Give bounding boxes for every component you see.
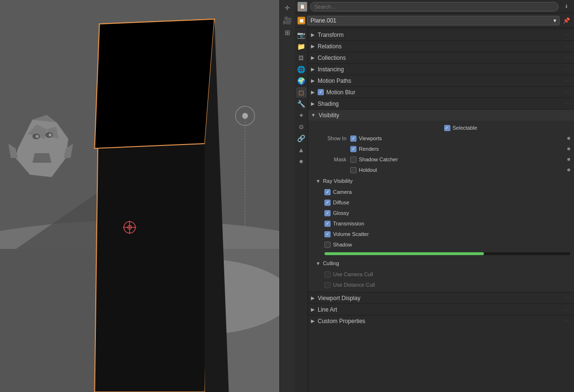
shadow-catcher-dot (567, 158, 570, 161)
relations-section-header[interactable]: ▶ Relations ⋯ (308, 40, 574, 52)
data-tab[interactable]: ▲ (296, 145, 307, 155)
object-name-dropdown[interactable]: Plane.001 ▾ (307, 16, 560, 25)
renders-checkbox[interactable] (350, 146, 356, 152)
viewport-display-section-header[interactable]: ▶ Viewport Display ⋯ (308, 292, 574, 303)
use-camera-cull-row: Use Camera Cull (308, 269, 574, 280)
distance-cull-checkbox[interactable] (324, 282, 331, 288)
visibility-section-header[interactable]: ▼ Visibility ⋯ (308, 109, 574, 121)
line-art-label: Line Art (318, 306, 564, 313)
distance-cull-label: Use Distance Cull (333, 282, 570, 288)
transform-section-header[interactable]: ▶ Transform ⋯ (308, 29, 574, 40)
3d-viewport[interactable] (0, 0, 279, 392)
glossy-label: Glossy (333, 210, 570, 216)
progress-bar-fill (324, 252, 484, 255)
svg-point-19 (49, 134, 52, 136)
instancing-label: Instancing (318, 66, 564, 73)
instancing-chevron: ▶ (311, 67, 315, 72)
collapse-button[interactable]: ⬇ (562, 2, 571, 11)
plane-object-icon: ▣ (298, 17, 305, 24)
selectable-label: Selectable (453, 125, 571, 131)
transform-label: Transform (318, 32, 564, 38)
transmission-label: Transmission (333, 221, 570, 226)
camera-checkbox[interactable] (324, 189, 331, 195)
transmission-ray-row: Transmission (308, 218, 574, 229)
render-props-tab[interactable]: 📷 (296, 30, 307, 40)
object-tab[interactable]: ◻ (296, 87, 307, 98)
svg-marker-5 (0, 249, 100, 392)
camera-cull-checkbox[interactable] (324, 271, 331, 278)
visibility-chevron: ▼ (311, 112, 316, 118)
main-layout: ✛ 🎥 ⊞ 📋 ⬇ ▣ Plane.001 ▾ 📌 (0, 0, 574, 392)
mask-label: Mask (318, 157, 346, 162)
svg-marker-13 (33, 153, 52, 163)
grid-view-icon[interactable]: ⊞ (282, 27, 293, 38)
pin-button[interactable]: 📌 (562, 16, 571, 25)
renders-row: Renders (308, 144, 574, 154)
search-input[interactable] (310, 2, 559, 11)
output-props-tab[interactable]: 📁 (296, 41, 307, 52)
svg-point-18 (36, 135, 39, 138)
viewports-label: Viewports (359, 135, 565, 141)
instancing-section-header[interactable]: ▶ Instancing ⋯ (308, 63, 574, 75)
renders-label: Renders (359, 146, 565, 152)
culling-subheader[interactable]: ▼ Culling (308, 258, 574, 269)
line-art-section-header[interactable]: ▶ Line Art ⋯ (308, 303, 574, 315)
volume-scatter-row: Volume Scatter (308, 229, 574, 239)
motion-blur-section-header[interactable]: ▶ Motion Blur ⋯ (308, 86, 574, 98)
camera-label: Camera (333, 189, 570, 195)
scene-tab[interactable]: 🌐 (296, 64, 307, 75)
shadow-catcher-checkbox[interactable] (350, 157, 356, 163)
collections-section-header[interactable]: ▶ Collections ⋯ (308, 52, 574, 63)
shading-chevron: ▶ (311, 101, 315, 106)
selectable-checkbox[interactable] (444, 125, 450, 131)
diffuse-label: Diffuse (333, 200, 570, 205)
volume-scatter-label: Volume Scatter (333, 231, 570, 237)
use-distance-cull-row: Use Distance Cull (308, 280, 574, 290)
holdout-row: Holdout (308, 165, 574, 175)
shadow-checkbox[interactable] (324, 242, 331, 248)
custom-props-label: Custom Properties (318, 318, 564, 325)
collections-chevron: ▶ (311, 55, 315, 60)
motion-paths-label: Motion Paths (318, 78, 564, 84)
viewport-display-chevron: ▶ (311, 295, 315, 301)
camera-ray-row: Camera (308, 187, 574, 197)
visibility-label: Visibility (319, 112, 564, 119)
diffuse-checkbox[interactable] (324, 200, 331, 206)
diffuse-ray-row: Diffuse (308, 197, 574, 208)
ray-visibility-subheader[interactable]: ▼ Ray Visibility (308, 175, 574, 187)
holdout-dot (567, 168, 570, 171)
transmission-checkbox[interactable] (324, 221, 331, 227)
relations-chevron: ▶ (311, 44, 315, 49)
show-in-label: Show In (318, 135, 346, 141)
motion-blur-label: Motion Blur (326, 89, 564, 96)
properties-type-icon[interactable]: 📋 (298, 2, 307, 11)
shadow-progress (308, 250, 574, 258)
view-layer-tab[interactable]: 🖼 (296, 53, 307, 63)
glossy-checkbox[interactable] (324, 210, 331, 216)
material-tab[interactable]: ● (296, 156, 307, 167)
modifier-tab[interactable]: 🔧 (296, 99, 307, 109)
particles-tab[interactable]: ✦ (296, 110, 307, 121)
show-in-row: Show In Viewports (308, 133, 574, 144)
object-header: ▣ Plane.001 ▾ 📌 (295, 13, 574, 28)
custom-properties-section-header[interactable]: ▶ Custom Properties ⋯ (308, 315, 574, 326)
constraints-tab[interactable]: 🔗 (296, 133, 307, 144)
shading-section-header[interactable]: ▶ Shading ⋯ (308, 98, 574, 109)
cursor-mode-icon[interactable]: ✛ (282, 2, 293, 13)
volume-scatter-checkbox[interactable] (324, 231, 331, 237)
right-toolbar: ✛ 🎥 ⊞ (279, 0, 295, 392)
physics-tab[interactable]: ⚙ (296, 122, 307, 132)
holdout-label: Holdout (359, 167, 565, 173)
world-tab[interactable]: 🌍 (296, 76, 307, 86)
property-tabs: 📷 📁 🖼 🌐 🌍 ◻ 🔧 ✦ ⚙ 🔗 ▲ ● (295, 28, 308, 392)
camera-view-icon[interactable]: 🎥 (282, 14, 293, 26)
motion-blur-checkbox[interactable] (318, 89, 324, 95)
shading-label: Shading (318, 101, 564, 107)
object-name-text: Plane.001 (310, 17, 336, 24)
holdout-checkbox[interactable] (350, 167, 356, 173)
ray-visibility-label: Ray Visibility (323, 178, 353, 184)
shadow-catcher-row: Mask Shadow Catcher (308, 154, 574, 165)
motion-paths-section-header[interactable]: ▶ Motion Paths ⋯ (308, 75, 574, 86)
shadow-label: Shadow (333, 242, 570, 247)
viewports-checkbox[interactable] (350, 135, 356, 142)
